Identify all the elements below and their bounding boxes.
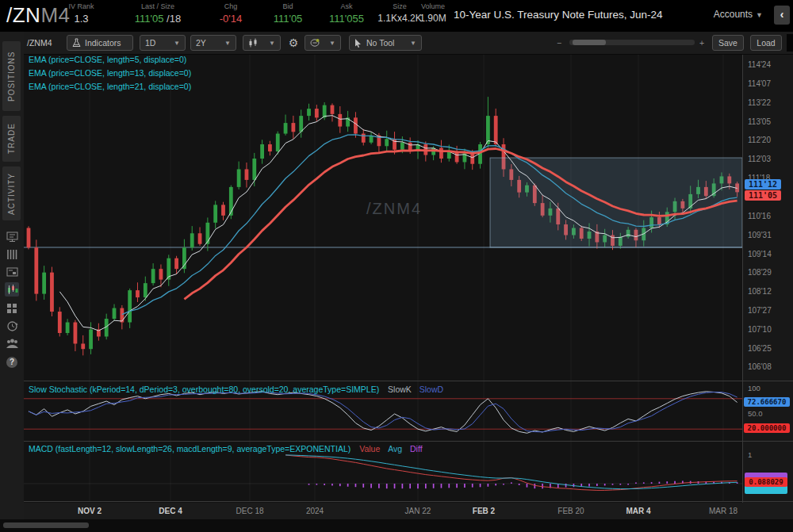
- macd-value-bubble: 0.088029: [745, 477, 787, 487]
- time-axis-label: FEB 2: [473, 507, 495, 515]
- slowd-legend: SlowD: [419, 385, 443, 394]
- zoom-in-button[interactable]: +: [699, 35, 709, 51]
- symbol-input[interactable]: /ZNM4: [27, 35, 63, 51]
- watchlist-icon[interactable]: [5, 247, 19, 262]
- time-scrollbar[interactable]: [569, 40, 695, 45]
- range-dropdown[interactable]: 2Y▼: [190, 35, 236, 51]
- price-axis-label: 114'24: [748, 60, 771, 69]
- time-axis-label: MAR 4: [626, 507, 650, 515]
- lower-axis-label: 100: [748, 384, 760, 392]
- study-label-ema5[interactable]: EMA (price=CLOSE, length=5, displace=0): [29, 55, 186, 64]
- price-axis-gutter: 114'24114'07113'22113'05112'20112'03111'…: [743, 54, 793, 503]
- stoch-slowk-bubble: 72.666670: [744, 397, 790, 407]
- bottom-scrollbar-thumb[interactable]: [3, 522, 89, 528]
- price-axis-label: 106'08: [748, 362, 772, 371]
- gear-icon: ⚙: [289, 36, 299, 49]
- stoch-oversold-bubble: 20.000000: [744, 423, 790, 433]
- trade-screen-icon[interactable]: [5, 265, 19, 279]
- sidebar-tab-trade[interactable]: TRADE: [2, 116, 21, 162]
- header-bar: /ZNM4 IV Rank 1.3 Last / Size 111'05 /18…: [0, 0, 793, 32]
- chevron-down-icon: ▼: [756, 11, 763, 19]
- price-axis-label: 108'12: [748, 287, 772, 296]
- drawing-set-icon: [310, 38, 321, 48]
- price-axis-label: 112'20: [748, 136, 771, 144]
- time-axis-label: JAN 22: [405, 507, 431, 515]
- panel-separator[interactable]: [24, 381, 793, 381]
- last-price-bubble: 111'05: [745, 190, 781, 201]
- chart-settings-gear[interactable]: ⚙: [285, 35, 301, 51]
- monitor-icon[interactable]: [5, 230, 19, 244]
- price-axis-label: 108'29: [748, 268, 772, 277]
- time-axis-label: NOV 2: [78, 507, 102, 515]
- flask-icon: [72, 38, 81, 48]
- chart-style-dropdown[interactable]: ▼: [243, 35, 281, 51]
- timeframe-dropdown[interactable]: 1D▼: [140, 35, 186, 51]
- time-axis-label: DEC 4: [159, 507, 182, 515]
- price-axis-label: 110'16: [748, 212, 771, 220]
- history-clock-icon[interactable]: [5, 319, 19, 333]
- study-label-stochastic[interactable]: Slow Stochastic (kPeriod=14, dPeriod=3, …: [29, 385, 443, 394]
- collapse-panel-button[interactable]: ‹: [774, 6, 790, 25]
- field-volume: Volume 1.90M: [413, 2, 453, 24]
- price-axis-label: 114'07: [748, 79, 771, 88]
- panel-separator[interactable]: [24, 441, 793, 442]
- panel-separator: [24, 501, 793, 502]
- price-axis-label: 107'10: [748, 325, 772, 334]
- time-axis-label: DEC 18: [236, 507, 263, 515]
- sidebar-tab-activity[interactable]: ACTIVITY: [2, 166, 21, 220]
- time-axis: NOV 2DEC 4DEC 182024JAN 22FEB 2FEB 20MAR…: [24, 503, 793, 519]
- study-label-macd[interactable]: MACD (fastLength=12, slowLength=26, macd…: [29, 444, 423, 454]
- zoom-out-button[interactable]: −: [557, 35, 566, 51]
- price-axis-label: 112'03: [748, 155, 771, 163]
- study-label-ema13[interactable]: EMA (price=CLOSE, length=13, displace=0): [29, 68, 191, 78]
- axis-separator: [742, 54, 743, 503]
- help-icon[interactable]: ?: [5, 355, 19, 369]
- symbol-root: /ZN: [6, 3, 40, 27]
- active-tool-dropdown[interactable]: No Tool▼: [349, 35, 422, 51]
- chart-watermark: /ZNM4: [366, 200, 422, 218]
- cursor-arrow-icon: [354, 39, 362, 48]
- indicators-button[interactable]: Indicators: [67, 35, 133, 51]
- chevron-down-icon: ▼: [169, 40, 180, 47]
- field-bid: Bid 111'05: [263, 2, 312, 25]
- app-window: /ZNM4 IV Rank 1.3 Last / Size 111'05 /18…: [0, 0, 793, 532]
- grid-icon[interactable]: [5, 301, 19, 316]
- price-axis-label: 106'25: [748, 344, 772, 353]
- save-button[interactable]: Save: [712, 35, 744, 51]
- macd-avg-legend: Avg: [388, 444, 402, 454]
- accounts-menu[interactable]: Accounts▼: [714, 9, 763, 20]
- price-bubble-blue: 111'12: [745, 179, 781, 189]
- field-chg: Chg -0'14: [208, 2, 254, 25]
- price-axis-label: 113'05: [748, 117, 771, 126]
- instrument-title: 10-Year U.S. Treasury Note Futures, Jun-…: [454, 9, 663, 21]
- time-scrollbar-thumb[interactable]: [573, 40, 606, 45]
- slowk-legend: SlowK: [388, 385, 412, 394]
- price-axis-label: 107'27: [748, 306, 772, 315]
- lower-axis-label: 1: [748, 450, 752, 459]
- price-axis-label: 109'14: [748, 250, 772, 258]
- chevron-down-icon: ▼: [220, 40, 231, 47]
- macd-value-legend: Value: [359, 444, 380, 454]
- chevron-down-icon: ▼: [405, 40, 416, 47]
- drawing-set-dropdown[interactable]: ▼: [305, 35, 341, 51]
- field-iv-rank: IV Rank 1.3: [59, 2, 103, 25]
- left-sidebar: POSITIONS TRADE ACTIVITY ?: [0, 32, 24, 532]
- price-axis-label: 113'22: [748, 98, 771, 107]
- time-axis-label: 2024: [306, 507, 324, 515]
- candlestick-icon: [248, 38, 259, 48]
- lower-axis-label: 50.0: [748, 409, 763, 418]
- study-label-ema21[interactable]: EMA (price=CLOSE, length=21, displace=0): [29, 82, 191, 91]
- load-button[interactable]: Load: [750, 35, 782, 51]
- chart-toolbar: /ZNM4 Indicators 1D▼ 2Y▼ ▼ ⚙ ▼ No Tool▼ …: [24, 32, 793, 55]
- field-ask: Ask 111'055: [320, 2, 373, 25]
- chevron-down-icon: ▼: [264, 40, 275, 47]
- chevron-down-icon: ▼: [324, 40, 335, 47]
- time-axis-label: MAR 18: [709, 507, 737, 515]
- time-axis-label: FEB 20: [557, 507, 584, 515]
- sidebar-tab-positions[interactable]: POSITIONS: [2, 41, 21, 111]
- toolbar-end-spacer: [787, 34, 793, 52]
- chart-icon[interactable]: [5, 282, 19, 297]
- bottom-scrollbar[interactable]: [0, 519, 793, 532]
- macd-diff-legend: Diff: [410, 444, 423, 454]
- people-icon[interactable]: [5, 336, 19, 350]
